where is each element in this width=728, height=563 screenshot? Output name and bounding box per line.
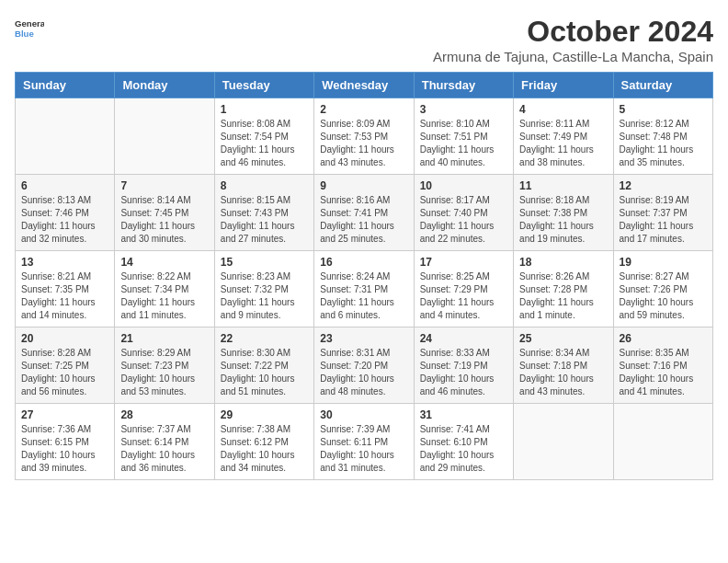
calendar-header-cell: Sunday	[16, 73, 115, 98]
day-info: Sunrise: 8:21 AM Sunset: 7:35 PM Dayligh…	[21, 270, 108, 322]
day-number: 29	[221, 408, 308, 421]
calendar-day-cell: 5Sunrise: 8:12 AM Sunset: 7:48 PM Daylig…	[613, 98, 712, 175]
day-number: 26	[620, 332, 707, 345]
logo: General Blue	[15, 15, 44, 44]
location-title: Armuna de Tajuna, Castille-La Mancha, Sp…	[433, 49, 713, 64]
day-info: Sunrise: 7:37 AM Sunset: 6:14 PM Dayligh…	[120, 423, 208, 475]
day-info: Sunrise: 8:35 AM Sunset: 7:16 PM Dayligh…	[620, 347, 707, 398]
day-info: Sunrise: 8:09 AM Sunset: 7:53 PM Dayligh…	[320, 118, 407, 169]
day-info: Sunrise: 8:12 AM Sunset: 7:48 PM Dayligh…	[620, 118, 707, 169]
day-number: 31	[420, 408, 507, 421]
calendar-day-cell: 25Sunrise: 8:34 AM Sunset: 7:18 PM Dayli…	[514, 327, 613, 404]
day-number: 7	[120, 179, 208, 192]
day-number: 18	[519, 256, 607, 269]
calendar-day-cell: 13Sunrise: 8:21 AM Sunset: 7:35 PM Dayli…	[16, 251, 115, 327]
day-info: Sunrise: 7:41 AM Sunset: 6:10 PM Dayligh…	[420, 423, 507, 475]
calendar-day-cell	[514, 404, 613, 480]
calendar-day-cell: 3Sunrise: 8:10 AM Sunset: 7:51 PM Daylig…	[414, 98, 513, 175]
calendar-day-cell: 27Sunrise: 7:36 AM Sunset: 6:15 PM Dayli…	[16, 404, 115, 480]
day-info: Sunrise: 8:27 AM Sunset: 7:26 PM Dayligh…	[620, 270, 707, 322]
calendar-header-row: SundayMondayTuesdayWednesdayThursdayFrid…	[16, 73, 713, 98]
day-info: Sunrise: 7:39 AM Sunset: 6:11 PM Dayligh…	[320, 423, 407, 475]
logo-icon: General Blue	[15, 15, 44, 44]
calendar-day-cell: 19Sunrise: 8:27 AM Sunset: 7:26 PM Dayli…	[613, 251, 712, 327]
calendar-day-cell: 1Sunrise: 8:08 AM Sunset: 7:54 PM Daylig…	[214, 98, 313, 175]
day-info: Sunrise: 8:30 AM Sunset: 7:22 PM Dayligh…	[221, 347, 308, 398]
calendar-day-cell: 4Sunrise: 8:11 AM Sunset: 7:49 PM Daylig…	[514, 98, 613, 175]
calendar-day-cell: 22Sunrise: 8:30 AM Sunset: 7:22 PM Dayli…	[214, 327, 313, 404]
day-info: Sunrise: 8:14 AM Sunset: 7:45 PM Dayligh…	[120, 194, 208, 246]
calendar-header-cell: Monday	[115, 73, 214, 98]
day-info: Sunrise: 7:36 AM Sunset: 6:15 PM Dayligh…	[21, 423, 108, 475]
calendar-day-cell: 23Sunrise: 8:31 AM Sunset: 7:20 PM Dayli…	[314, 327, 414, 404]
day-number: 6	[21, 179, 108, 192]
day-info: Sunrise: 8:28 AM Sunset: 7:25 PM Dayligh…	[21, 347, 108, 398]
calendar-day-cell: 28Sunrise: 7:37 AM Sunset: 6:14 PM Dayli…	[115, 404, 214, 480]
calendar-day-cell: 16Sunrise: 8:24 AM Sunset: 7:31 PM Dayli…	[314, 251, 414, 327]
day-number: 14	[120, 256, 208, 269]
day-info: Sunrise: 8:29 AM Sunset: 7:23 PM Dayligh…	[120, 347, 208, 398]
day-info: Sunrise: 7:38 AM Sunset: 6:12 PM Dayligh…	[221, 423, 308, 475]
calendar-header-cell: Saturday	[613, 73, 712, 98]
calendar-day-cell: 18Sunrise: 8:26 AM Sunset: 7:28 PM Dayli…	[514, 251, 613, 327]
day-info: Sunrise: 8:16 AM Sunset: 7:41 PM Dayligh…	[320, 194, 407, 246]
day-number: 24	[420, 332, 507, 345]
day-info: Sunrise: 8:31 AM Sunset: 7:20 PM Dayligh…	[320, 347, 407, 398]
calendar-week-row: 1Sunrise: 8:08 AM Sunset: 7:54 PM Daylig…	[16, 98, 713, 175]
calendar-day-cell	[115, 98, 214, 175]
day-number: 25	[519, 332, 607, 345]
day-number: 30	[320, 408, 407, 421]
day-number: 10	[420, 179, 507, 192]
calendar-day-cell: 7Sunrise: 8:14 AM Sunset: 7:45 PM Daylig…	[115, 175, 214, 251]
day-number: 2	[320, 103, 407, 116]
calendar-header-cell: Tuesday	[214, 73, 313, 98]
day-info: Sunrise: 8:18 AM Sunset: 7:38 PM Dayligh…	[519, 194, 607, 246]
calendar-day-cell: 21Sunrise: 8:29 AM Sunset: 7:23 PM Dayli…	[115, 327, 214, 404]
day-info: Sunrise: 8:23 AM Sunset: 7:32 PM Dayligh…	[221, 270, 308, 322]
calendar-header-cell: Friday	[514, 73, 613, 98]
calendar-day-cell: 29Sunrise: 7:38 AM Sunset: 6:12 PM Dayli…	[214, 404, 313, 480]
calendar-day-cell: 24Sunrise: 8:33 AM Sunset: 7:19 PM Dayli…	[414, 327, 513, 404]
day-number: 9	[320, 179, 407, 192]
day-info: Sunrise: 8:08 AM Sunset: 7:54 PM Dayligh…	[221, 118, 308, 169]
svg-text:General: General	[15, 18, 44, 29]
calendar-day-cell: 12Sunrise: 8:19 AM Sunset: 7:37 PM Dayli…	[613, 175, 712, 251]
day-number: 28	[120, 408, 208, 421]
calendar-table: SundayMondayTuesdayWednesdayThursdayFrid…	[15, 72, 713, 480]
day-number: 5	[620, 103, 707, 116]
calendar-week-row: 13Sunrise: 8:21 AM Sunset: 7:35 PM Dayli…	[16, 251, 713, 327]
day-number: 1	[221, 103, 308, 116]
day-info: Sunrise: 8:34 AM Sunset: 7:18 PM Dayligh…	[519, 347, 607, 398]
title-block: October 2024 Armuna de Tajuna, Castille-…	[433, 15, 713, 64]
day-number: 22	[221, 332, 308, 345]
calendar-body: 1Sunrise: 8:08 AM Sunset: 7:54 PM Daylig…	[16, 98, 713, 480]
calendar-day-cell: 8Sunrise: 8:15 AM Sunset: 7:43 PM Daylig…	[214, 175, 313, 251]
calendar-week-row: 6Sunrise: 8:13 AM Sunset: 7:46 PM Daylig…	[16, 175, 713, 251]
calendar-day-cell: 31Sunrise: 7:41 AM Sunset: 6:10 PM Dayli…	[414, 404, 513, 480]
day-number: 15	[221, 256, 308, 269]
calendar-day-cell: 10Sunrise: 8:17 AM Sunset: 7:40 PM Dayli…	[414, 175, 513, 251]
day-info: Sunrise: 8:33 AM Sunset: 7:19 PM Dayligh…	[420, 347, 507, 398]
calendar-day-cell: 2Sunrise: 8:09 AM Sunset: 7:53 PM Daylig…	[314, 98, 414, 175]
calendar-week-row: 27Sunrise: 7:36 AM Sunset: 6:15 PM Dayli…	[16, 404, 713, 480]
day-number: 23	[320, 332, 407, 345]
day-info: Sunrise: 8:11 AM Sunset: 7:49 PM Dayligh…	[519, 118, 607, 169]
day-number: 12	[620, 179, 707, 192]
day-number: 17	[420, 256, 507, 269]
day-info: Sunrise: 8:13 AM Sunset: 7:46 PM Dayligh…	[21, 194, 108, 246]
calendar-day-cell: 20Sunrise: 8:28 AM Sunset: 7:25 PM Dayli…	[16, 327, 115, 404]
calendar-day-cell	[16, 98, 115, 175]
day-info: Sunrise: 8:24 AM Sunset: 7:31 PM Dayligh…	[320, 270, 407, 322]
page-header: General Blue October 2024 Armuna de Taju…	[15, 15, 713, 64]
calendar-header-cell: Wednesday	[314, 73, 414, 98]
calendar-day-cell: 15Sunrise: 8:23 AM Sunset: 7:32 PM Dayli…	[214, 251, 313, 327]
calendar-day-cell: 11Sunrise: 8:18 AM Sunset: 7:38 PM Dayli…	[514, 175, 613, 251]
day-info: Sunrise: 8:22 AM Sunset: 7:34 PM Dayligh…	[120, 270, 208, 322]
month-title: October 2024	[433, 15, 713, 49]
day-info: Sunrise: 8:15 AM Sunset: 7:43 PM Dayligh…	[221, 194, 308, 246]
day-number: 8	[221, 179, 308, 192]
svg-text:Blue: Blue	[15, 29, 34, 39]
day-number: 19	[620, 256, 707, 269]
calendar-day-cell: 9Sunrise: 8:16 AM Sunset: 7:41 PM Daylig…	[314, 175, 414, 251]
day-number: 4	[519, 103, 607, 116]
